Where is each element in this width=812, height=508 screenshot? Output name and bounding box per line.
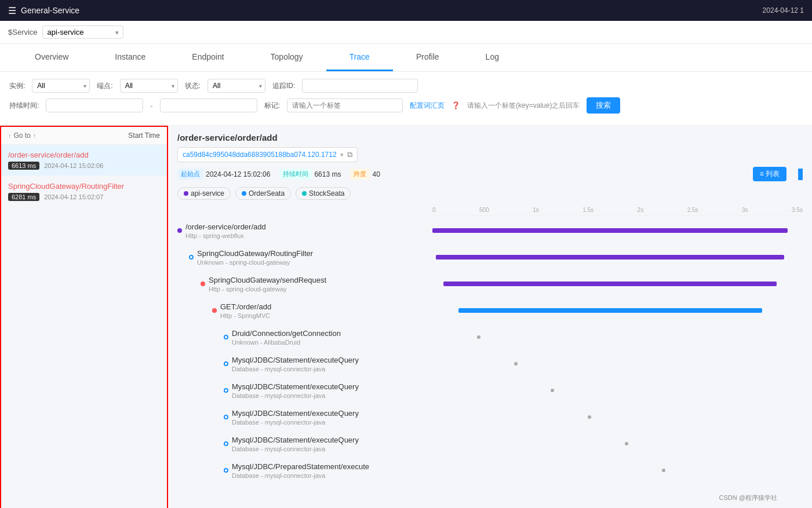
span-entry-0[interactable]: /order-service/order/add Http - spring-w… — [177, 217, 803, 244]
tab-topology[interactable]: Topology — [247, 44, 326, 71]
status-select-wrapper: All — [207, 79, 265, 93]
instance-select[interactable]: All — [32, 79, 90, 93]
tab-endpoint[interactable]: Endpoint — [169, 44, 247, 71]
tag-dot-0 — [184, 191, 188, 196]
span-tree-2: SpringCloudGateway/sendRequest Http - sp… — [177, 276, 432, 293]
config-link[interactable]: 配置词汇页 — [410, 101, 445, 111]
trace-item-1[interactable]: SpringCloudGateway/RoutingFilter 6281 ms… — [1, 176, 167, 207]
tag-name-2: StockSeata — [309, 189, 344, 198]
span-timeline-1 — [432, 246, 803, 269]
endpoint-select[interactable]: All — [120, 79, 178, 93]
span-entry-7[interactable]: Mysql/JDBC/Statement/executeQuery Databa… — [177, 404, 803, 430]
tag-input[interactable] — [287, 98, 403, 112]
span-entry-4[interactable]: Druid/Connection/getConnection Unknown -… — [177, 324, 803, 350]
start-label: 起始点 — [177, 169, 203, 180]
span-name-4: Druid/Connection/getConnection — [232, 329, 341, 338]
span-name-8: Mysql/JDBC/Statement/executeQuery — [232, 436, 359, 444]
trace-name-1: SpringCloudGateway/RoutingFilter — [8, 182, 160, 191]
panel-handle[interactable] — [798, 169, 803, 180]
tab-log[interactable]: Log — [463, 44, 522, 71]
top-bar-date: 2024-04-12 1 — [763, 6, 804, 14]
span-sub-6: Database - mysql-connector-java — [232, 392, 359, 399]
span-value: 40 — [372, 170, 380, 178]
dot-2 — [201, 282, 205, 286]
dot-4 — [224, 335, 228, 339]
span-sub-2: Http - spring-cloud-gateway — [209, 286, 326, 293]
service-select[interactable]: api-service — [42, 25, 123, 39]
span-sub-3: Http - SpringMVC — [220, 312, 271, 319]
bar-1 — [436, 255, 784, 260]
col1-header: Go to — [14, 131, 31, 140]
traceid-label: 追踪ID: — [272, 81, 295, 91]
span-entry-6[interactable]: Mysql/JDBC/Statement/executeQuery Databa… — [177, 377, 803, 404]
duration-value: 6613 ms — [314, 170, 341, 178]
span-text-4: Druid/Connection/getConnection Unknown -… — [232, 329, 341, 346]
span-chip: 跨度 40 — [350, 169, 380, 180]
duration-end-input[interactable] — [160, 98, 257, 112]
span-name-6: Mysql/JDBC/Statement/executeQuery — [232, 382, 359, 391]
dot-0 — [177, 228, 182, 233]
span-timeline-8 — [432, 432, 803, 455]
hint-text: 请输入一个标签(key=value)之后回车 — [467, 101, 580, 111]
span-text-1: SpringCloudGateway/RoutingFilter Unknown… — [197, 249, 313, 266]
trace-name-0: /order-service/order/add — [8, 151, 160, 159]
duration-start-input[interactable] — [46, 98, 143, 112]
dot-bar-4 — [477, 335, 480, 339]
service-tags: api-service OrderSeata StockSeata — [177, 187, 803, 200]
ruler-500: 500 — [479, 207, 489, 213]
dot-3-inner — [213, 309, 216, 312]
copy-icon[interactable]: ⧉ — [347, 150, 352, 159]
sort-icon-1[interactable]: ↑ — [8, 132, 12, 139]
chevron-icon[interactable]: ▾ — [340, 151, 344, 159]
span-entry-2[interactable]: SpringCloudGateway/sendRequest Http - sp… — [177, 271, 803, 297]
sort-icon-2[interactable]: ↑ — [33, 132, 37, 139]
span-entry-5[interactable]: Mysql/JDBC/Statement/executeQuery Databa… — [177, 350, 803, 377]
bottom-note: CSDN @程序猿学社 — [719, 494, 777, 502]
dot-7 — [224, 415, 228, 419]
span-tree-4: Druid/Connection/getConnection Unknown -… — [177, 329, 432, 346]
status-select[interactable]: All — [207, 79, 265, 93]
span-tree-3: GET:/order/add Http - SpringMVC — [177, 302, 432, 319]
tab-instance[interactable]: Instance — [92, 44, 169, 71]
dot-8 — [224, 441, 228, 446]
trace-time-0: 2024-04-12 15:02:06 — [44, 162, 103, 169]
dot-bar-7 — [588, 415, 591, 419]
trace-item-0[interactable]: /order-service/order/add 6613 ms 2024-04… — [1, 145, 167, 176]
content-area: ↑ Go to ↑ Start Time /order-service/orde… — [0, 126, 812, 508]
dot-5 — [224, 361, 228, 366]
span-text-7: Mysql/JDBC/Statement/executeQuery Databa… — [232, 409, 359, 426]
filter-bar: 实例: All 端点: All 状态: All 追踪ID: 持续时间: - 标记… — [0, 72, 812, 126]
span-sub-5: Database - mysql-connector-java — [232, 366, 359, 372]
span-sub-4: Unknown - AlibabaDruid — [232, 339, 341, 346]
span-entry-8[interactable]: Mysql/JDBC/Statement/executeQuery Databa… — [177, 430, 803, 457]
service-tag-0[interactable]: api-service — [177, 187, 231, 200]
span-tree-6: Mysql/JDBC/Statement/executeQuery Databa… — [177, 382, 432, 399]
tag-name-0: api-service — [191, 189, 224, 198]
span-entry-3[interactable]: GET:/order/add Http - SpringMVC — [177, 297, 803, 324]
traceid-input[interactable] — [302, 79, 418, 93]
span-timeline-5 — [432, 352, 803, 375]
ruler-3s: 3s — [742, 207, 748, 213]
span-sub-9: Database - mysql-connector-java — [232, 472, 369, 479]
list-view-button[interactable]: ≡ 列表 — [753, 167, 786, 181]
start-chip: 起始点 2024-04-12 15:02:06 — [177, 169, 270, 180]
span-entry-9[interactable]: Mysql/JDBC/PreparedStatement/execute Dat… — [177, 457, 803, 484]
span-name-9: Mysql/JDBC/PreparedStatement/execute — [232, 462, 369, 471]
span-entry-1[interactable]: SpringCloudGateway/RoutingFilter Unknown… — [177, 244, 803, 271]
trace-detail-header: /order-service/order/add ca59d84c995048d… — [177, 133, 803, 200]
trace-time-1: 2024-04-12 15:02:07 — [44, 193, 103, 200]
service-tag-1[interactable]: OrderSeata — [235, 187, 291, 200]
span-timeline-3 — [432, 299, 803, 322]
trace-detail-title: /order-service/order/add — [177, 133, 803, 142]
tab-trace[interactable]: Trace — [326, 44, 393, 71]
dot-2-inner — [202, 283, 204, 285]
span-name-7: Mysql/JDBC/Statement/executeQuery — [232, 409, 359, 418]
tab-profile[interactable]: Profile — [393, 44, 463, 71]
span-name-1: SpringCloudGateway/RoutingFilter — [197, 249, 313, 258]
service-tag-2[interactable]: StockSeata — [296, 187, 351, 200]
dot-bar-9 — [662, 469, 665, 472]
bar-0 — [432, 228, 788, 233]
tab-overview[interactable]: Overview — [12, 44, 92, 71]
search-button[interactable]: 搜索 — [587, 97, 620, 114]
menu-icon[interactable]: ☰ — [8, 5, 16, 16]
